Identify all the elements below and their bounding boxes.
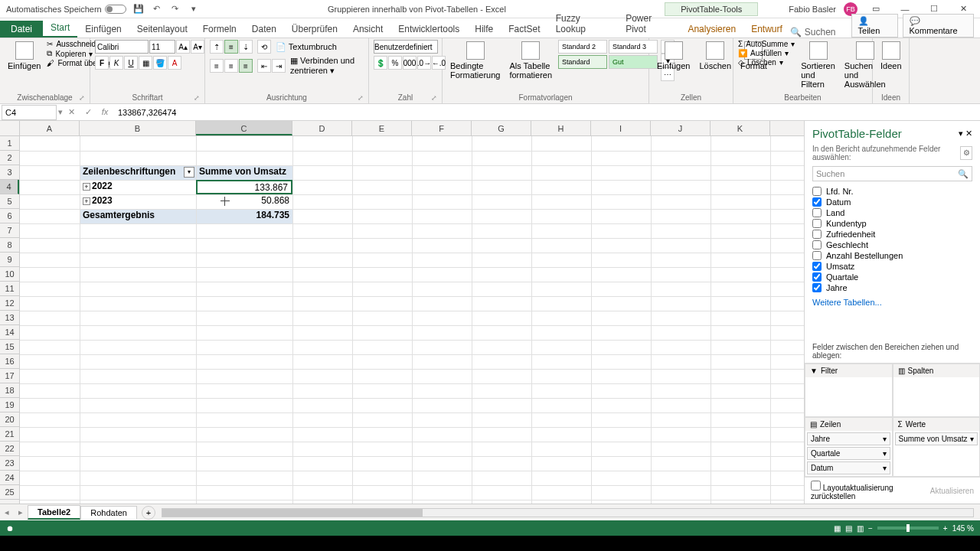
accounting-format-icon[interactable]: 💲 xyxy=(374,56,387,70)
tab-formulas[interactable]: Formeln xyxy=(195,21,244,37)
redo-icon[interactable]: ↷ xyxy=(169,3,181,15)
field-anzahl-bestellungen[interactable]: Anzahl Bestellungen xyxy=(812,250,972,261)
style-standard[interactable]: Standard xyxy=(558,55,607,69)
field-zufriedenheit[interactable]: Zufriedenheit xyxy=(812,229,972,240)
row-header-8[interactable]: 8 xyxy=(0,238,19,253)
name-box[interactable]: C4 xyxy=(2,105,57,120)
field-jahre[interactable]: Jahre xyxy=(812,282,972,293)
conditional-formatting-button[interactable]: Bedingte Formatierung xyxy=(447,40,503,81)
field-datum[interactable]: Datum xyxy=(812,197,972,207)
italic-button[interactable]: K xyxy=(109,56,123,70)
paste-button[interactable]: Einfügen xyxy=(5,40,44,72)
increase-font-icon[interactable]: A▴ xyxy=(176,40,190,54)
row-field-datum[interactable]: Datum▾ xyxy=(807,461,890,474)
enter-formula-icon[interactable]: ✓ xyxy=(80,107,96,117)
filter-dropdown-icon[interactable]: ▾ xyxy=(184,167,194,178)
row-header-9[interactable]: 9 xyxy=(0,253,19,267)
column-header-G[interactable]: G xyxy=(472,121,531,135)
align-top-icon[interactable]: ⇡ xyxy=(210,40,224,54)
comma-format-icon[interactable]: 000 xyxy=(403,56,416,70)
cell-c5[interactable]: 50.868 xyxy=(196,194,292,209)
row-header-13[interactable]: 13 xyxy=(0,311,19,325)
increase-decimal-icon[interactable]: .0→ xyxy=(417,56,431,70)
pivot-row-labels-header[interactable]: Zeilenbeschriftungen xyxy=(80,165,196,180)
style-standard2[interactable]: Standard 2 xyxy=(558,40,607,54)
align-center-icon[interactable]: ≡ xyxy=(224,59,238,73)
share-button[interactable]: 👤 Teilen xyxy=(851,14,898,37)
field-checkbox[interactable] xyxy=(812,187,822,196)
panel-close-icon[interactable]: ✕ xyxy=(965,129,972,138)
row-header-25[interactable]: 25 xyxy=(0,485,19,500)
row-header-4[interactable]: 4 xyxy=(0,180,19,194)
field-checkbox[interactable] xyxy=(812,230,822,239)
bold-button[interactable]: F xyxy=(95,56,109,70)
sheet-nav-prev-icon[interactable]: ◂ xyxy=(0,507,14,517)
column-header-K[interactable]: K xyxy=(710,121,770,135)
dialog-launcher-icon[interactable]: ⤢ xyxy=(358,94,364,102)
align-bottom-icon[interactable]: ⇣ xyxy=(239,40,253,54)
value-field[interactable]: Summe von Umsatz▾ xyxy=(895,432,978,445)
row-header-26[interactable]: 26 xyxy=(0,500,19,504)
field-land[interactable]: Land xyxy=(812,207,972,218)
tell-me-search[interactable]: 🔍 Suchen xyxy=(790,27,851,37)
row-header-12[interactable]: 12 xyxy=(0,296,19,311)
select-all-corner[interactable] xyxy=(0,121,20,135)
row-header-18[interactable]: 18 xyxy=(0,383,19,398)
tab-powerpivot[interactable]: Power Pivot xyxy=(618,10,680,37)
number-format-select[interactable] xyxy=(374,40,438,54)
column-header-H[interactable]: H xyxy=(531,121,591,135)
zoom-slider[interactable] xyxy=(877,527,939,530)
row-field-jahre[interactable]: Jahre▾ xyxy=(807,432,890,445)
column-header-A[interactable]: A xyxy=(20,121,80,135)
field-checkbox[interactable] xyxy=(812,272,822,282)
cancel-formula-icon[interactable]: ✕ xyxy=(63,107,80,117)
row-header-7[interactable]: 7 xyxy=(0,223,19,238)
row-header-1[interactable]: 1 xyxy=(0,136,19,151)
tab-pagelayout[interactable]: Seitenlayout xyxy=(129,21,195,37)
field-quartale[interactable]: Quartale xyxy=(812,272,972,282)
field-checkbox[interactable] xyxy=(812,208,822,217)
pivot-row-2022[interactable]: +2022 xyxy=(80,180,196,194)
gear-icon[interactable]: ⚙ xyxy=(960,146,972,160)
record-macro-icon[interactable]: ⏺ xyxy=(6,524,14,533)
row-header-19[interactable]: 19 xyxy=(0,398,19,412)
more-tables-link[interactable]: Weitere Tabellen... xyxy=(805,295,980,310)
decrease-indent-icon[interactable]: ⇤ xyxy=(257,59,271,73)
row-header-5[interactable]: 5 xyxy=(0,194,19,209)
page-break-view-icon[interactable]: ▥ xyxy=(857,524,864,533)
row-header-11[interactable]: 11 xyxy=(0,282,19,296)
tab-fuzzy[interactable]: Fuzzy Lookup xyxy=(548,10,619,37)
increase-indent-icon[interactable]: ⇥ xyxy=(272,59,286,73)
tab-home[interactable]: Start xyxy=(43,19,77,37)
zoom-in-icon[interactable]: + xyxy=(943,524,948,533)
merge-center-button[interactable]: ▦ Verbinden und zentrieren ▾ xyxy=(290,56,364,76)
font-color-button[interactable]: A xyxy=(168,56,181,70)
column-header-E[interactable]: E xyxy=(352,121,412,135)
field-checkbox[interactable] xyxy=(812,197,822,207)
comments-button[interactable]: 💬 Kommentare xyxy=(903,14,974,37)
tab-design[interactable]: Entwurf xyxy=(743,21,790,37)
align-middle-icon[interactable]: ≡ xyxy=(224,40,238,54)
tab-view[interactable]: Ansicht xyxy=(345,21,390,37)
autosum-button[interactable]: Σ AutoSumme ▾ xyxy=(738,40,795,48)
decrease-font-icon[interactable]: A▾ xyxy=(191,40,204,54)
field-checkbox[interactable] xyxy=(812,251,822,260)
zoom-level[interactable]: 145 % xyxy=(952,524,974,533)
format-as-table-button[interactable]: Als Tabelle formatieren xyxy=(506,40,555,81)
row-header-16[interactable]: 16 xyxy=(0,354,19,369)
underline-button[interactable]: U xyxy=(124,56,138,70)
formula-bar[interactable]: 133867,326474 xyxy=(113,108,980,117)
normal-view-icon[interactable]: ▦ xyxy=(834,524,841,533)
row-header-20[interactable]: 20 xyxy=(0,412,19,427)
field-checkbox[interactable] xyxy=(812,262,822,271)
row-field-quartale[interactable]: Quartale▾ xyxy=(807,447,890,460)
pivot-grand-total-value[interactable]: 184.735 xyxy=(196,209,292,223)
expand-icon[interactable]: + xyxy=(83,183,90,191)
page-layout-view-icon[interactable]: ▤ xyxy=(845,524,852,533)
tab-help[interactable]: Hilfe xyxy=(467,21,501,37)
wrap-text-button[interactable]: 📄 Textumbruch xyxy=(276,42,337,52)
dialog-launcher-icon[interactable]: ⤢ xyxy=(431,94,437,102)
add-sheet-icon[interactable]: + xyxy=(142,506,155,520)
field-checkbox[interactable] xyxy=(812,219,822,228)
fill-button[interactable]: 🔽 Ausfüllen ▾ xyxy=(738,49,795,57)
